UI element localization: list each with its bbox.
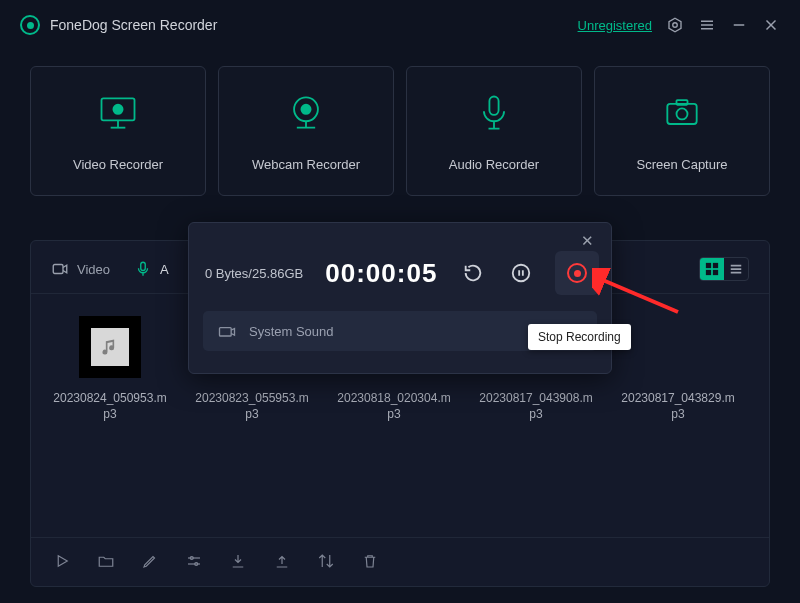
trash-icon[interactable] — [361, 552, 379, 570]
file-thumbnail-icon — [79, 316, 141, 378]
mode-video-recorder[interactable]: Video Recorder — [30, 66, 206, 196]
download-icon[interactable] — [229, 552, 247, 570]
svg-rect-19 — [141, 262, 146, 270]
svg-rect-21 — [713, 263, 718, 268]
microphone-icon — [472, 91, 516, 135]
svg-rect-23 — [713, 270, 718, 275]
file-name: 20230823_055953.mp3 — [193, 390, 311, 422]
svg-rect-20 — [706, 263, 711, 268]
tab-audio[interactable]: A — [134, 260, 169, 278]
share-icon[interactable] — [273, 552, 291, 570]
library-tabs: Video A — [51, 260, 169, 278]
file-name: 20230817_043829.mp3 — [619, 390, 737, 422]
file-name: 20230824_050953.mp3 — [51, 390, 169, 422]
mode-label: Video Recorder — [73, 157, 163, 172]
tab-label: Video — [77, 262, 110, 277]
menu-icon[interactable] — [698, 16, 716, 34]
view-grid-button[interactable] — [700, 258, 724, 280]
svg-rect-18 — [53, 265, 63, 274]
file-name: 20230818_020304.mp3 — [335, 390, 453, 422]
convert-icon[interactable] — [317, 552, 335, 570]
mode-screen-capture[interactable]: Screen Capture — [594, 66, 770, 196]
tab-label: A — [160, 262, 169, 277]
svg-point-9 — [113, 104, 122, 113]
audio-source-icon — [217, 321, 237, 341]
mode-row: Video Recorder Webcam Recorder Audio Rec… — [0, 52, 800, 196]
tooltip-stop-recording: Stop Recording — [528, 324, 631, 350]
recording-popup: ✕ 0 Bytes/25.86GB 00:00:05 System Sound … — [188, 222, 612, 374]
unregistered-link[interactable]: Unregistered — [578, 18, 652, 33]
svg-point-32 — [513, 265, 530, 282]
sliders-icon[interactable] — [185, 552, 203, 570]
svg-rect-35 — [220, 328, 232, 336]
camera-icon — [660, 91, 704, 135]
recording-status-row: 0 Bytes/25.86GB 00:00:05 — [203, 249, 597, 295]
recording-size-status: 0 Bytes/25.86GB — [205, 266, 303, 281]
mode-label: Screen Capture — [636, 157, 727, 172]
mode-webcam-recorder[interactable]: Webcam Recorder — [218, 66, 394, 196]
tab-video[interactable]: Video — [51, 260, 110, 278]
mode-audio-recorder[interactable]: Audio Recorder — [406, 66, 582, 196]
recording-controls — [459, 251, 599, 295]
file-item[interactable]: 20230817_043829.mp3 — [619, 316, 737, 422]
titlebar-left: FoneDog Screen Recorder — [20, 15, 217, 35]
monitor-record-icon — [96, 91, 140, 135]
svg-point-1 — [673, 23, 678, 28]
svg-rect-14 — [489, 96, 498, 114]
pause-icon[interactable] — [507, 259, 535, 287]
svg-rect-15 — [667, 103, 696, 123]
svg-rect-22 — [706, 270, 711, 275]
minimize-icon[interactable] — [730, 16, 748, 34]
microphone-small-icon — [134, 260, 152, 278]
record-dot-icon — [567, 263, 587, 283]
svg-marker-27 — [58, 556, 67, 567]
library-toolbar — [31, 537, 769, 586]
file-item[interactable]: 20230824_050953.mp3 — [51, 316, 169, 422]
svg-point-16 — [677, 108, 688, 119]
webcam-icon — [284, 91, 328, 135]
video-icon — [51, 260, 69, 278]
audio-source-label: System Sound — [249, 324, 560, 339]
popup-close-icon[interactable]: ✕ — [581, 233, 597, 249]
file-name: 20230817_043908.mp3 — [477, 390, 595, 422]
titlebar: FoneDog Screen Recorder Unregistered — [0, 0, 800, 52]
view-list-button[interactable] — [724, 258, 748, 280]
play-icon[interactable] — [53, 552, 71, 570]
app-logo-icon — [20, 15, 40, 35]
svg-rect-17 — [677, 100, 688, 105]
close-icon[interactable] — [762, 16, 780, 34]
recording-elapsed-time: 00:00:05 — [325, 258, 437, 289]
stop-recording-button[interactable] — [555, 251, 599, 295]
restart-icon[interactable] — [459, 259, 487, 287]
titlebar-right: Unregistered — [578, 16, 780, 34]
svg-marker-0 — [669, 18, 681, 32]
edit-icon[interactable] — [141, 552, 159, 570]
app-title: FoneDog Screen Recorder — [50, 17, 217, 33]
mode-label: Webcam Recorder — [252, 157, 360, 172]
mode-label: Audio Recorder — [449, 157, 539, 172]
folder-icon[interactable] — [97, 552, 115, 570]
settings-hex-icon[interactable] — [666, 16, 684, 34]
view-toggle — [699, 257, 749, 281]
svg-point-13 — [301, 104, 310, 113]
